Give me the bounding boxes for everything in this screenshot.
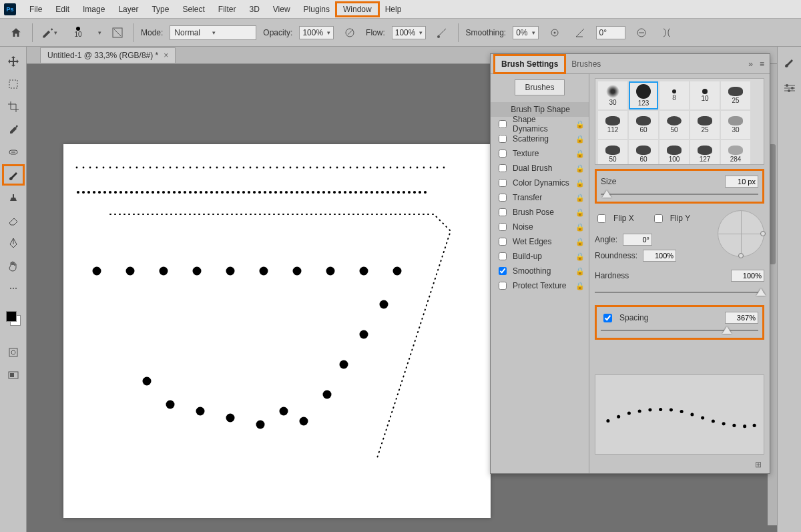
brush-thumb-selected[interactable]: 123 <box>629 81 658 109</box>
angle-input[interactable] <box>623 234 652 246</box>
menu-file[interactable]: File <box>23 2 49 17</box>
menu-3d[interactable]: 3D <box>242 2 266 17</box>
menu-image[interactable]: Image <box>76 2 111 17</box>
eraser-tool[interactable] <box>3 211 23 230</box>
crop-tool[interactable] <box>3 97 23 116</box>
lock-icon[interactable]: 🔒 <box>575 194 585 202</box>
airbrush-icon[interactable] <box>433 23 451 42</box>
brush-thumb[interactable]: 8 <box>659 81 689 109</box>
size-slider[interactable] <box>601 190 758 199</box>
cb-flip-y[interactable] <box>654 214 663 223</box>
size-input[interactable] <box>725 176 758 188</box>
menu-edit[interactable]: Edit <box>49 2 76 17</box>
brush-thumb[interactable]: 100 <box>659 140 689 165</box>
brush-thumb[interactable]: 10 <box>690 81 720 109</box>
brush-thumb[interactable]: 60 <box>629 140 658 165</box>
pressure-size-icon[interactable] <box>632 23 651 42</box>
close-icon[interactable]: × <box>164 51 168 60</box>
cb-shape-dynamics[interactable] <box>499 120 507 128</box>
lock-icon[interactable]: 🔒 <box>575 120 585 129</box>
cb-texture[interactable] <box>499 150 507 158</box>
tab-brushes[interactable]: Brushes <box>565 55 607 73</box>
menu-layer[interactable]: Layer <box>111 2 145 17</box>
clone-stamp-tool[interactable] <box>3 188 23 207</box>
brush-thumb[interactable]: 127 <box>690 140 720 165</box>
brush-thumb[interactable]: 25 <box>690 111 720 139</box>
cb-spacing[interactable] <box>603 314 612 322</box>
hardness-input[interactable] <box>731 270 764 282</box>
brush-tool[interactable] <box>3 166 23 184</box>
blend-mode-dropdown[interactable]: Normal▾ <box>170 25 256 40</box>
row-wet-edges[interactable]: Wet Edges🔒 <box>491 234 589 249</box>
move-tool[interactable] <box>3 52 23 71</box>
adjustments-panel-icon[interactable] <box>780 79 799 97</box>
lock-icon[interactable]: 🔒 <box>575 282 585 290</box>
smoothing-input[interactable]: 0%▾ <box>513 26 538 39</box>
cb-build-up[interactable] <box>499 252 507 260</box>
brush-thumb[interactable]: 284 <box>721 140 750 165</box>
tab-brush-settings[interactable]: Brush Settings <box>495 55 565 73</box>
lock-icon[interactable]: 🔒 <box>575 164 585 173</box>
row-brush-pose[interactable]: Brush Pose🔒 <box>491 205 589 220</box>
lock-icon[interactable]: 🔒 <box>575 267 585 276</box>
brush-thumb[interactable]: 60 <box>629 111 658 139</box>
cb-scattering[interactable] <box>499 135 507 143</box>
roundness-input[interactable] <box>643 250 676 262</box>
row-texture[interactable]: Texture🔒 <box>491 146 589 161</box>
row-scattering[interactable]: Scattering🔒 <box>491 131 589 146</box>
screen-mode-icon[interactable] <box>3 366 23 384</box>
healing-brush-tool[interactable] <box>3 143 23 162</box>
menu-window[interactable]: Window <box>336 3 378 16</box>
panel-menu-icon[interactable]: ≡ <box>760 59 764 69</box>
flow-input[interactable]: 100%▾ <box>392 26 427 39</box>
cb-dual-brush[interactable] <box>499 164 507 172</box>
marquee-tool[interactable] <box>3 75 23 93</box>
row-shape-dynamics[interactable]: Shape Dynamics🔒 <box>491 117 589 131</box>
smoothing-options-icon[interactable] <box>545 23 564 42</box>
cb-color-dynamics[interactable] <box>499 179 507 187</box>
pen-tool[interactable] <box>3 234 23 252</box>
cb-transfer[interactable] <box>499 194 507 202</box>
home-icon[interactable] <box>7 23 25 42</box>
lock-icon[interactable]: 🔒 <box>575 208 585 217</box>
brushes-button[interactable]: Brushes <box>515 79 564 95</box>
menu-view[interactable]: View <box>266 2 297 17</box>
brush-thumb[interactable]: 25 <box>721 81 750 109</box>
brush-angle-input[interactable]: 0° <box>596 26 625 39</box>
symmetry-icon[interactable] <box>657 23 676 42</box>
menu-type[interactable]: Type <box>145 2 176 17</box>
menu-select[interactable]: Select <box>176 2 211 17</box>
row-smoothing[interactable]: Smoothing🔒 <box>491 264 589 278</box>
lock-icon[interactable]: 🔒 <box>575 223 585 232</box>
spacing-input[interactable] <box>725 312 758 324</box>
opacity-input[interactable]: 100%▾ <box>299 26 334 39</box>
cb-protect-texture[interactable] <box>499 282 507 290</box>
brush-panel-toggle-icon[interactable] <box>108 23 127 42</box>
spacing-slider[interactable] <box>601 326 758 335</box>
lock-icon[interactable]: 🔒 <box>575 135 585 144</box>
cb-brush-pose[interactable] <box>499 208 507 216</box>
brush-thumb[interactable]: 50 <box>659 111 689 139</box>
quick-mask-icon[interactable] <box>3 343 23 362</box>
collapse-icon[interactable]: » <box>748 59 753 69</box>
pressure-opacity-icon[interactable] <box>340 23 359 42</box>
hand-tool[interactable] <box>3 256 23 275</box>
more-tools[interactable]: ⋯ <box>3 279 23 298</box>
new-brush-icon[interactable]: ⊞ <box>595 459 764 469</box>
cb-smoothing[interactable] <box>499 267 507 275</box>
row-build-up[interactable]: Build-up🔒 <box>491 249 589 264</box>
cb-noise[interactable] <box>499 223 507 231</box>
lock-icon[interactable]: 🔒 <box>575 150 585 158</box>
menu-help[interactable]: Help <box>378 2 409 17</box>
row-dual-brush[interactable]: Dual Brush🔒 <box>491 161 589 176</box>
cb-wet-edges[interactable] <box>499 238 507 246</box>
color-swatches[interactable] <box>6 311 21 326</box>
row-protect-texture[interactable]: Protect Texture🔒 <box>491 278 589 293</box>
angle-widget[interactable] <box>718 210 764 257</box>
menu-filter[interactable]: Filter <box>212 2 243 17</box>
brush-thumb[interactable]: 50 <box>598 140 627 165</box>
lock-icon[interactable]: 🔒 <box>575 179 585 188</box>
brush-panel-icon[interactable] <box>780 53 799 72</box>
tool-preset-icon[interactable]: ▾ <box>39 23 58 42</box>
brush-tip-thumbnails[interactable]: 30 123 8 10 25 112 60 50 25 30 50 60 100… <box>595 78 764 165</box>
